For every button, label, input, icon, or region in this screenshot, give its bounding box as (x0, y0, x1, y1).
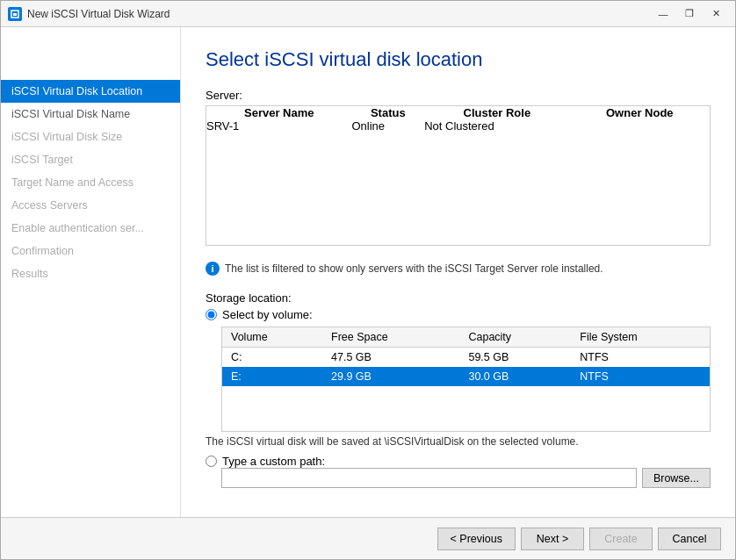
sidebar-item-results: Results (1, 262, 180, 285)
minimize-button[interactable]: — (651, 4, 675, 24)
volume-table: Volume Free Space Capacity File System C… (222, 327, 710, 386)
free-space-c: 47.5 GB (322, 348, 459, 368)
custom-path-input[interactable] (221, 468, 637, 488)
server-section: Server: Server Name Status Cluster Role … (206, 89, 711, 246)
volume-e: E: (222, 367, 322, 386)
col-status: Status (351, 106, 424, 119)
svg-rect-1 (13, 13, 17, 16)
server-table-wrapper: Server Name Status Cluster Role Owner No… (206, 105, 711, 246)
info-message: The list is filtered to show only server… (225, 262, 603, 275)
owner-node-cell (570, 119, 710, 133)
status-cell: Online (351, 119, 424, 133)
volume-table-wrapper: Volume Free Space Capacity File System C… (221, 327, 711, 432)
info-bar: i The list is filtered to show only serv… (206, 258, 711, 279)
next-button[interactable]: Next > (521, 528, 584, 550)
col-free-space: Free Space (322, 327, 459, 348)
wizard-window: New iSCSI Virtual Disk Wizard — ❐ ✕ iSCS… (0, 0, 736, 560)
sidebar-item-iscsi-target: iSCSI Target (1, 148, 180, 171)
storage-location-section: Storage location: Select by volume: Volu… (206, 291, 711, 488)
window-title: New iSCSI Virtual Disk Wizard (27, 8, 646, 20)
free-space-e: 29.9 GB (322, 367, 459, 386)
col-volume: Volume (222, 327, 322, 348)
volume-row-e[interactable]: E: 29.9 GB 30.0 GB NTFS (222, 367, 710, 386)
select-by-volume-radio[interactable] (206, 309, 217, 320)
info-icon: i (206, 262, 220, 276)
volume-c: C: (222, 348, 322, 368)
select-by-volume-row: Select by volume: (206, 308, 711, 321)
sidebar-item-iscsi-location[interactable]: iSCSI Virtual Disk Location (1, 80, 180, 103)
main-panel: Select iSCSI virtual disk location Serve… (181, 27, 735, 517)
select-by-volume-label: Select by volume: (222, 308, 313, 321)
sidebar-item-iscsi-size: iSCSI Virtual Disk Size (1, 126, 180, 148)
page-title: Select iSCSI virtual disk location (206, 48, 711, 71)
footer: < Previous Next > Create Cancel (1, 517, 735, 559)
sidebar-item-target-name: Target Name and Access (1, 171, 180, 194)
sidebar-item-iscsi-name[interactable]: iSCSI Virtual Disk Name (1, 103, 180, 126)
server-row[interactable]: SRV-1 Online Not Clustered (206, 119, 710, 133)
storage-location-label: Storage location: (206, 291, 711, 305)
close-button[interactable]: ✕ (704, 4, 728, 24)
fs-e: NTFS (571, 367, 710, 386)
app-icon (8, 7, 22, 21)
custom-path-radio[interactable] (206, 456, 217, 467)
cancel-button[interactable]: Cancel (658, 528, 721, 550)
server-label: Server: (206, 89, 711, 102)
capacity-c: 59.5 GB (459, 348, 571, 368)
restore-button[interactable]: ❐ (677, 4, 702, 24)
sidebar-item-confirmation: Confirmation (1, 240, 180, 262)
fs-c: NTFS (571, 348, 710, 368)
main-content: iSCSI Virtual Disk Location iSCSI Virtua… (1, 27, 735, 517)
previous-button[interactable]: < Previous (437, 528, 516, 550)
custom-path-label: Type a custom path: (222, 455, 325, 468)
col-owner-node: Owner Node (570, 106, 710, 119)
col-server-name: Server Name (206, 106, 351, 119)
save-path-note: The iSCSI virtual disk will be saved at … (206, 435, 711, 448)
browse-button[interactable]: Browse... (642, 468, 711, 488)
server-table: Server Name Status Cluster Role Owner No… (206, 106, 710, 133)
sidebar-item-access-servers: Access Servers (1, 194, 180, 217)
capacity-e: 30.0 GB (459, 367, 571, 386)
sidebar: iSCSI Virtual Disk Location iSCSI Virtua… (1, 27, 181, 517)
custom-path-row: Type a custom path: (206, 455, 711, 468)
col-capacity: Capacity (459, 327, 571, 348)
window-controls: — ❐ ✕ (651, 4, 728, 24)
cluster-role-cell: Not Clustered (424, 119, 569, 133)
sidebar-item-enable-auth: Enable authentication ser... (1, 217, 180, 240)
custom-path-input-row: Browse... (221, 468, 711, 488)
volume-row-c[interactable]: C: 47.5 GB 59.5 GB NTFS (222, 348, 710, 368)
create-button[interactable]: Create (589, 528, 653, 550)
title-bar: New iSCSI Virtual Disk Wizard — ❐ ✕ (1, 1, 735, 27)
col-cluster-role: Cluster Role (424, 106, 569, 119)
server-name-cell: SRV-1 (206, 119, 351, 133)
col-file-system: File System (571, 327, 710, 348)
